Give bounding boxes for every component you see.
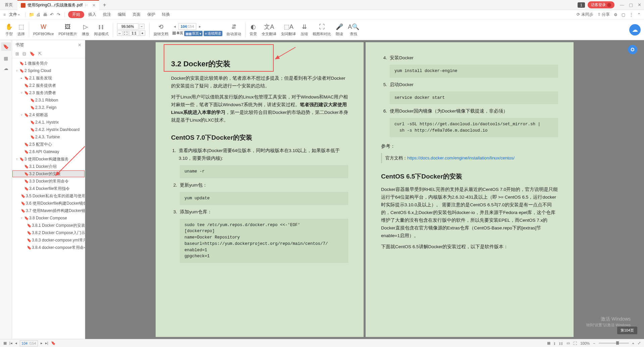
status-next-icon[interactable]: ▸ <box>41 341 43 345</box>
share-button[interactable]: ⇧ 分享 <box>597 12 610 17</box>
tab-convert[interactable]: 转换 <box>159 12 173 17</box>
tool-select[interactable]: ⬚选择 <box>15 23 27 37</box>
bookmark-item[interactable]: 🔖3.8.3 docker-compose.yml常用命令 <box>12 236 85 244</box>
maximize-icon[interactable]: ▢ <box>629 2 633 7</box>
page-prev-icon[interactable]: ◂ <box>172 24 177 29</box>
tool-find[interactable]: A🔍查找 <box>346 23 361 37</box>
tab-close-icon[interactable]: ✕ <box>92 3 96 8</box>
view-icon-2[interactable]: ⫿ <box>554 341 556 345</box>
tool-pdf2img[interactable]: 🖼PDF转图片 <box>57 23 79 37</box>
minimize-icon[interactable]: ― <box>620 2 624 7</box>
tool-rotate[interactable]: ⟲旋转文档 <box>152 23 170 37</box>
bookmark-add-icon[interactable]: 🔖 <box>30 51 35 56</box>
fit-width-icon[interactable]: ↔ <box>117 30 122 36</box>
notification-badge[interactable]: 1 <box>578 2 585 8</box>
cloud-sync-icon[interactable]: ☁ <box>629 24 641 36</box>
bookmark-item[interactable]: 🔖2.6 API Gateway <box>12 148 85 155</box>
zoom-out-button[interactable]: − <box>139 24 145 29</box>
bookmark-item[interactable]: 🔖3.3 Docker的常用命令 <box>12 178 85 185</box>
zoom-in-button[interactable]: + <box>140 30 145 36</box>
tool-read[interactable]: 🎤朗读 <box>334 23 345 37</box>
tool-background[interactable]: ◐背景 <box>248 23 259 37</box>
open-icon[interactable]: 📁 <box>29 12 34 17</box>
document-viewport[interactable]: 3.2 Docker的安装 Docker的安装是比较简单的，笔者原本不想过多提及… <box>85 40 644 339</box>
tool-readmode[interactable]: ⫿⫿阅读模式 <box>92 23 111 37</box>
undo-icon[interactable]: ↶ <box>49 12 54 17</box>
tab-home[interactable]: 首页 <box>0 0 17 10</box>
tab-pin-icon[interactable]: ⚐ <box>85 3 88 8</box>
bookmark-nav-icon[interactable]: ⇱ <box>38 51 42 56</box>
status-grid-icon[interactable]: ▦ <box>3 341 7 345</box>
bookmark-item[interactable]: ▿🔖2.3 服务消费者 <box>12 89 85 96</box>
bookmark-item[interactable]: 🔖2.2 服务提供者 <box>12 82 85 89</box>
bookmark-item[interactable]: 🔖3.8.1 Docker Compose的安装 <box>12 222 85 229</box>
rail-bookmark-icon[interactable]: 🔖 <box>1 42 11 51</box>
tab-edit[interactable]: 编辑 <box>115 12 128 17</box>
bookmark-item[interactable]: ▿🔖2.4 熔断器 <box>12 111 85 119</box>
tool-pdf2office[interactable]: WPDF转Office <box>31 23 56 37</box>
bookmark-item[interactable]: 🔖3.5 Docker私有仓库的搭建与使用 <box>12 192 85 200</box>
bookmark-item[interactable]: 🔖3.6 使用Dockerfile构建Docker镜像 <box>12 200 85 207</box>
tab-active-file[interactable]: 使用SpringCl...r实战微服务.pdf ⚐ ✕ <box>17 0 99 10</box>
save-icon[interactable]: 🖨 <box>36 12 41 17</box>
close-icon[interactable]: ✕ <box>638 2 641 7</box>
layout-continuous[interactable]: ≡ 连续阅读 <box>204 31 222 36</box>
zoom-slider[interactable] <box>599 343 629 344</box>
login-button[interactable]: 访客登录 <box>588 1 614 8</box>
collapse-all-icon[interactable]: ⊟ <box>22 51 26 56</box>
bookmark-item[interactable]: 🔖2.4.1. Hystrix <box>12 119 85 126</box>
status-zoom-in[interactable]: + <box>632 341 634 345</box>
bookmark-item[interactable]: 🔖2.4.3. Turbine <box>12 133 85 141</box>
rail-cloud-icon[interactable]: ☁ <box>4 66 8 71</box>
collapse-ribbon-icon[interactable]: ⌃ <box>637 12 641 17</box>
bookmark-item[interactable]: 🔖2.5 配置中心 <box>12 141 85 148</box>
print-icon[interactable]: 🖶 <box>42 12 48 17</box>
bookmark-item[interactable]: ▿🔖3 使用Docker构建微服务 <box>12 155 85 163</box>
menu-icon[interactable]: ≡ <box>3 12 6 17</box>
status-fullscreen-icon[interactable]: ⤢ <box>638 341 641 345</box>
expand-all-icon[interactable]: ⊞ <box>15 51 19 56</box>
tool-compress[interactable]: ⇊压缩 <box>299 23 310 37</box>
tool-hand[interactable]: ✋手型 <box>3 23 15 37</box>
page-next-icon[interactable]: ▸ <box>198 24 202 29</box>
status-bookmark-icon[interactable]: 🔖 <box>51 341 56 345</box>
zoom-100-button[interactable]: 1:1 <box>129 30 139 36</box>
tool-play[interactable]: ▷播放 <box>80 23 91 37</box>
sidebar-close-icon[interactable]: ✕ <box>78 43 82 48</box>
fit-page-icon[interactable]: ⛶ <box>123 30 128 36</box>
assistant-float-icon[interactable]: ✪ <box>628 45 637 54</box>
status-first-icon[interactable]: |◂ <box>9 341 12 345</box>
tool-fulltranslate[interactable]: 文A全文翻译 <box>260 23 278 37</box>
new-tab-button[interactable]: + <box>99 2 110 8</box>
bookmark-item[interactable]: ▿🔖3.8 Docker Compose <box>12 214 85 222</box>
reference-link[interactable]: https://docs.docker.com/engine/installat… <box>407 155 515 160</box>
status-page-input[interactable]: 104/154 <box>20 340 38 346</box>
skin-icon[interactable]: ▢ <box>622 12 625 17</box>
rail-thumbnail-icon[interactable]: ▦ <box>4 56 8 61</box>
bookmark-item[interactable]: 🔖2.3.1 Ribbon <box>12 96 85 104</box>
sync-status[interactable]: ⟳ 未同步 <box>577 12 593 17</box>
bookmark-item[interactable]: 🔖1 微服务简介 <box>12 60 85 67</box>
bookmark-item[interactable]: ▿🔖2 Spring Cloud <box>12 67 85 74</box>
zoom-input[interactable] <box>117 23 139 29</box>
tab-annotate[interactable]: 批注 <box>100 12 114 17</box>
view-icon-1[interactable]: ▦ <box>547 341 550 345</box>
bookmark-item[interactable]: 🔖2.4.2. Hystrix Dashboard <box>12 126 85 133</box>
settings-icon[interactable]: ⚙ <box>614 12 618 17</box>
view-icon-4[interactable]: ▭ <box>567 341 570 345</box>
more-icon[interactable]: ⋮ <box>629 12 633 17</box>
status-prev-icon[interactable]: ◂ <box>15 341 17 345</box>
bookmark-item[interactable]: 🔖2.3.2. Feign <box>12 104 85 111</box>
bookmark-item[interactable]: 🔖3.7 使用Maven插件构建Docker镜像 <box>12 207 85 214</box>
tool-autoscroll[interactable]: ⇵自动滚动 <box>224 23 243 37</box>
tab-start[interactable]: 开始 <box>68 11 84 18</box>
bookmark-item[interactable]: 🔖3.8.2 Docker Compose入门示例 <box>12 229 85 236</box>
view-icon-5[interactable]: ⛶ <box>573 341 577 345</box>
redo-icon[interactable]: ↷ <box>56 12 61 17</box>
tab-protect[interactable]: 保护 <box>145 12 158 17</box>
bookmark-item[interactable]: 🔖3.2 Docker的安装 <box>12 170 85 178</box>
layout-single[interactable]: ▦ 单页 <box>172 31 183 36</box>
bookmark-item[interactable]: 🔖3.4 Dockerfile常用指令 <box>12 185 85 192</box>
status-last-icon[interactable]: ▸| <box>45 341 48 345</box>
tab-page[interactable]: 页面 <box>130 12 143 17</box>
